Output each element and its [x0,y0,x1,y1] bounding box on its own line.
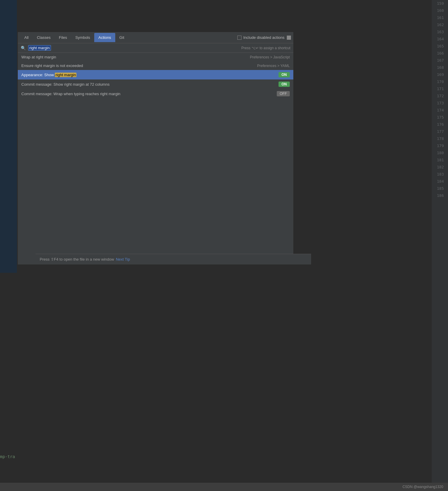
line-number: 166 [432,50,446,57]
line-number: 186 [432,192,446,199]
result-item-commit-show-right-margin[interactable]: Commit message: Show right margin at 72 … [18,79,293,89]
line-number: 182 [432,164,446,171]
tab-classes[interactable]: Classes [33,33,55,42]
tab-all[interactable]: All [20,33,33,42]
line-number: 164 [432,36,446,43]
line-number: 172 [432,93,446,100]
line-number: 163 [432,28,446,36]
shortcut-hint: Press ⌥↵ to assign a shortcut [241,46,290,50]
status-bar-text: CSDN @wangshang1320 [402,485,443,489]
result-item-appearance-show-right-margin[interactable]: Appearance: Show right margin ON [18,70,293,79]
line-number: 159 [432,0,446,7]
search-query-highlight: right margin [28,45,51,51]
line-number: 161 [432,14,446,21]
result-item-commit-wrap-right-margin[interactable]: Commit message: Wrap when typing reaches… [18,89,293,98]
include-disabled-checkbox[interactable] [237,36,241,40]
tip-text: Press ⇧F4 to open the file in a new wind… [40,257,114,262]
line-number: 167 [432,57,446,64]
result-item-label: Appearance: Show right margin [21,73,279,77]
line-number: 184 [432,178,446,185]
toggle-on-badge[interactable]: ON [279,82,290,87]
result-item-label: Ensure right margin is not exceeded [21,63,257,68]
include-disabled-checkbox2[interactable] [287,36,291,40]
line-number: 169 [432,71,446,78]
include-disabled-label: Include disabled actions [243,35,284,40]
tabs-bar: All Classes Files Symbols Actions Git In… [18,32,293,43]
toggle-off-badge[interactable]: OFF [277,91,290,96]
line-number: 173 [432,100,446,107]
line-number: 165 [432,43,446,50]
next-tip-link[interactable]: Next Tip [116,257,130,262]
tip-bar: Press ⇧F4 to open the file in a new wind… [36,254,311,264]
tab-git[interactable]: Git [115,33,129,42]
line-numbers-column: 159 160 161 162 163 164 165 166 167 168 … [432,0,448,491]
search-icon: 🔍 [21,46,26,50]
status-bar: CSDN @wangshang1320 [0,483,448,491]
toggle-on-badge[interactable]: ON [279,72,290,77]
include-disabled-checkbox-wrapper[interactable]: Include disabled actions [237,35,284,40]
line-number: 176 [432,121,446,128]
result-item-label: Wrap at right margin [21,55,250,59]
editor-left-gutter [0,0,17,273]
search-dialog: All Classes Files Symbols Actions Git In… [18,32,293,264]
result-item-path: Preferences > JavaScript [250,55,290,59]
result-item-label: Commit message: Show right margin at 72 … [21,82,279,87]
tab-symbols[interactable]: Symbols [71,33,94,42]
editor-code-text: mp-tra [0,454,15,459]
tab-files[interactable]: Files [55,33,71,42]
line-number: 177 [432,128,446,135]
results-list: Wrap at right margin Preferences > JavaS… [18,53,293,98]
line-number: 168 [432,64,446,71]
include-disabled-section: Include disabled actions [237,35,291,40]
line-number: 179 [432,142,446,149]
line-number: 181 [432,157,446,164]
result-item-path: Preferences > YAML [257,64,290,68]
line-number: 180 [432,149,446,157]
results-empty-area [18,98,293,264]
result-item-wrap-right-margin[interactable]: Wrap at right margin Preferences > JavaS… [18,53,293,61]
line-number: 160 [432,7,446,14]
search-bar: 🔍 right margin Press ⌥↵ to assign a shor… [18,43,293,53]
result-label-before: Appearance: Show [21,73,55,77]
search-input[interactable] [51,46,241,50]
line-number: 183 [432,171,446,178]
result-item-ensure-right-margin[interactable]: Ensure right margin is not exceeded Pref… [18,61,293,70]
result-item-label: Commit message: Wrap when typing reaches… [21,92,277,96]
line-number: 175 [432,114,446,121]
line-number: 171 [432,85,446,93]
tab-actions[interactable]: Actions [94,33,115,42]
result-label-highlight: right margin [55,73,76,77]
line-number: 185 [432,185,446,192]
line-number: 162 [432,21,446,28]
line-number: 174 [432,107,446,114]
line-number: 170 [432,78,446,85]
line-number: 178 [432,135,446,142]
